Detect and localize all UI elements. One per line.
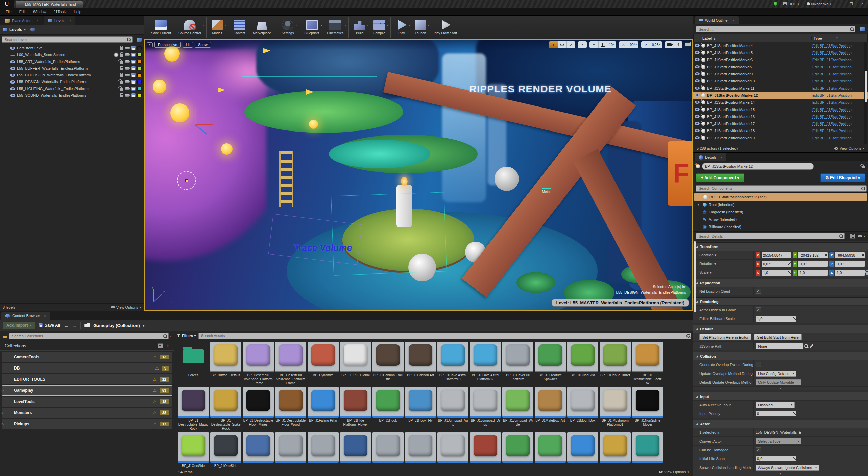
convert-actor-dropdown[interactable]: Select a Type▾	[756, 438, 801, 444]
visibility-eye-icon[interactable]	[695, 122, 700, 125]
collections-list-view-icon[interactable]	[158, 343, 163, 348]
outliner-row[interactable]: BP_J1StartPositionMarker12 Edit BP_J1Sta…	[693, 92, 868, 99]
can-be-damaged-checkbox[interactable]: ✓	[756, 447, 761, 452]
outliner-row[interactable]: BP_J1StartPositionMarker14 Edit BP_J1Sta…	[693, 99, 868, 106]
visibility-eye-icon[interactable]	[10, 87, 15, 90]
lock-icon[interactable]	[120, 47, 123, 50]
component-row[interactable]: ▾ Root (Inherited)	[693, 201, 868, 208]
asset-tile[interactable]: BP_J1NonSpline Mover	[632, 387, 663, 431]
initial-life-span-field[interactable]: 0,0	[756, 456, 796, 461]
lock-details-icon[interactable]	[862, 166, 865, 168]
asset-tile[interactable]: BP_J1Jumppad_Drop	[470, 387, 501, 431]
grid-snap-value[interactable]: 10▾	[607, 41, 617, 48]
level-color-chip[interactable]	[137, 67, 142, 70]
toolbar-button[interactable]: Settings ▾	[276, 17, 297, 38]
outliner-row[interactable]: BP_J1StartPositionMarker19 Edit BP_J1Sta…	[693, 134, 868, 141]
gamepad-icon[interactable]	[125, 94, 130, 97]
grid-snap-toggle[interactable]	[598, 41, 607, 48]
search-levels-input[interactable]	[2, 36, 133, 43]
collection-row[interactable]: ▷ DB ⚠ 9	[2, 363, 172, 373]
level-color-chip[interactable]	[137, 80, 142, 84]
scale-snap-value[interactable]: 0,25▾	[650, 41, 662, 48]
set-play-from-here-button[interactable]: Set Play from Here in Editor	[699, 334, 751, 340]
asset-tile[interactable]: BP_J1OneSide StaticPlatform	[210, 432, 241, 468]
toolbar-button[interactable]: Modes ▾	[206, 17, 227, 38]
visibility-eye-icon[interactable]	[10, 47, 15, 50]
close-button[interactable]: ×	[859, 2, 866, 6]
visibility-eye-icon[interactable]	[695, 79, 700, 82]
edit-blueprint-link[interactable]: Edit BP_J1StartPosition	[812, 122, 866, 126]
lock-icon[interactable]	[120, 88, 123, 91]
asset-tile[interactable]: BP_J1 Destructable_MagicRock	[178, 387, 209, 431]
scale-lock-icon[interactable]	[866, 272, 868, 275]
search-components-input[interactable]	[696, 185, 867, 192]
save-level-icon[interactable]	[131, 46, 136, 50]
browse-asset-icon[interactable]	[804, 344, 808, 348]
menu-item[interactable]: Window	[29, 8, 50, 15]
asset-tile[interactable]: BP_J1Falling Pillar	[308, 387, 339, 431]
scale-tool-button[interactable]: ↗	[566, 41, 575, 48]
section-actor[interactable]: ◢Actor	[693, 420, 868, 428]
toolbar-button[interactable]: Source Control ▾	[175, 17, 205, 38]
save-level-icon[interactable]	[131, 80, 136, 84]
visibility-eye-icon[interactable]	[695, 72, 700, 75]
scale-snap-toggle[interactable]: ↗	[641, 41, 650, 48]
expand-icon[interactable]: ▷	[2, 411, 4, 414]
level-row[interactable]: L55_SOUND_Waterfalls_EndlesPlatforms	[0, 92, 144, 99]
translate-tool-button[interactable]: ✛	[549, 41, 558, 48]
toolbar-button[interactable]: Marketplace ▾	[249, 17, 275, 38]
asset-tile[interactable]	[340, 432, 371, 468]
rotation-snap-value[interactable]: 90°▾	[628, 41, 638, 48]
toolbar-button[interactable]: START Play From Start ▾	[430, 17, 461, 38]
surface-snap-button[interactable]: ⌖	[589, 41, 598, 48]
maximize-button[interactable]: ❐	[848, 2, 855, 6]
asset-tile[interactable]	[600, 432, 631, 468]
save-level-icon[interactable]	[131, 87, 136, 91]
level-blueprint-icon[interactable]	[30, 28, 35, 32]
section-default[interactable]: ◢Default	[693, 325, 868, 333]
collection-row[interactable]: ▷ Gameplay ⚠ 53	[2, 385, 172, 396]
rotation-snap-toggle[interactable]: △	[619, 41, 628, 48]
asset-tile[interactable]: BP_J1 Destructable Floor_Wood	[275, 387, 306, 431]
visibility-eye-icon[interactable]	[695, 115, 700, 118]
asset-tile[interactable]: BP_J1Debug Turret	[600, 342, 631, 386]
levels-view-options[interactable]: View Options▾	[111, 305, 141, 309]
level-color-chip[interactable]	[137, 46, 142, 50]
level-color-chip[interactable]	[137, 53, 142, 57]
viewport-lit-button[interactable]: Lit	[183, 42, 193, 48]
lock-icon[interactable]	[120, 95, 123, 97]
level-row[interactable]: Persistent Level	[0, 45, 144, 51]
asset-tile[interactable]	[470, 432, 501, 468]
filters-button[interactable]: Filters▾	[177, 334, 196, 338]
location-x-field[interactable]: 25154,8847	[762, 252, 791, 258]
edit-blueprint-link[interactable]: Edit BP_J1StartPosition	[812, 93, 866, 97]
asset-tile[interactable]: BP_Dynamite	[308, 342, 339, 386]
asset-tile[interactable]: BP_DesertPull VoidZone_PlatformFrame	[275, 342, 306, 386]
property-matrix-icon[interactable]	[850, 234, 855, 239]
breadcrumb[interactable]: Gameplay (Collection)	[93, 323, 140, 328]
close-icon[interactable]: ×	[37, 19, 39, 22]
levels-dropdown[interactable]: ▾	[24, 28, 26, 31]
lock-icon[interactable]	[120, 81, 123, 84]
save-level-icon[interactable]	[131, 60, 136, 64]
asset-tile[interactable]: Forces	[178, 342, 209, 386]
ddc-menu[interactable]: DDC▾	[781, 1, 801, 7]
outliner-row[interactable]: BP_J1StartPositionMarker4 Edit BP_J1Star…	[693, 42, 868, 49]
edit-blueprint-link[interactable]: Edit BP_J1StartPosition	[812, 108, 866, 112]
asset-tile[interactable]: BP_J1 Destructable_SpikeRock	[210, 387, 241, 431]
gamepad-icon[interactable]	[125, 47, 130, 49]
update-overlaps-dropdown[interactable]: Use Config Default▾	[756, 371, 796, 377]
eyedropper-icon[interactable]	[810, 344, 813, 348]
forward-button[interactable]: →	[72, 323, 77, 328]
collection-row[interactable]: ▷ EDITOR_TOOLS ⚠ 12	[2, 374, 172, 384]
asset-tile[interactable]: BP_J1_PC_Global	[340, 342, 371, 386]
visibility-eye-icon[interactable]	[695, 129, 700, 132]
asset-tile[interactable]	[405, 432, 436, 468]
toolbar-button[interactable]: Cinematics ▾	[323, 17, 347, 38]
close-icon[interactable]: ×	[733, 19, 735, 22]
edit-blueprint-link[interactable]: Edit BP_J1StartPosition	[812, 79, 866, 83]
set-build-start-button[interactable]: Set Build Start from Here	[754, 334, 801, 340]
asset-tile[interactable]: BP_J1 Mushroom Platform01	[600, 387, 631, 431]
lock-icon[interactable]	[120, 68, 123, 70]
asset-tile[interactable]: BP_DesertPull VoidZone_PlatformFrame	[243, 342, 274, 386]
